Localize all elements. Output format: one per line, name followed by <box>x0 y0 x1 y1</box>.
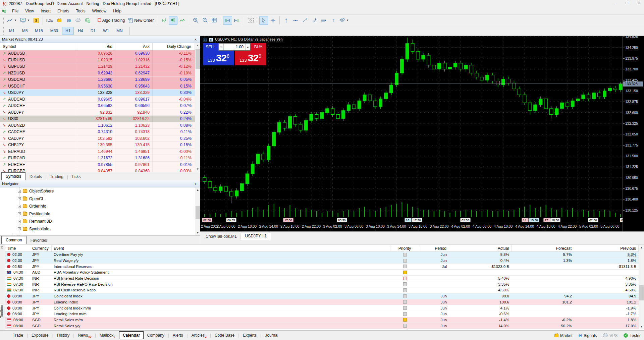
scroll-down-icon[interactable]: ▼ <box>195 167 200 172</box>
auto-scroll-button[interactable] <box>223 16 232 25</box>
status-signals[interactable]: ((•))Signals <box>579 333 597 338</box>
event-flag[interactable]: 02:50 <box>588 218 598 222</box>
table-row[interactable]: ↗AUDUSD0.696260.69630-0.11% <box>0 50 195 57</box>
community-button[interactable] <box>83 16 92 25</box>
text-tool-button[interactable]: T <box>329 16 337 25</box>
market-watch-scrollbar[interactable]: ▲ ▼ <box>195 43 200 172</box>
table-row[interactable]: ↗EURCAD1.316721.31686-0.11% <box>0 155 195 162</box>
status-tester[interactable]: ✓Tester <box>624 333 641 338</box>
menu-item-insert[interactable]: Insert <box>37 8 54 14</box>
column-header-priority[interactable]: Priority <box>390 245 419 251</box>
tab-trading[interactable]: Trading| <box>46 173 67 180</box>
sell-button[interactable]: SELL <box>203 43 218 51</box>
event-flag[interactable]: 14: <box>522 218 529 222</box>
table-row[interactable]: ↘CHFJPY139.395139.4150.15% <box>0 142 195 149</box>
chart-shift-button[interactable] <box>233 16 242 25</box>
algo-trading-button[interactable]: Algo Trading <box>96 16 126 25</box>
fibonacci-tool-button[interactable] <box>319 16 328 25</box>
status-vps[interactable]: VPS <box>603 333 618 338</box>
calendar-row[interactable]: 04:30AUDRBA Monetary Policy Statement <box>5 270 639 276</box>
volume-decrease-icon[interactable]: ▼ <box>219 44 224 50</box>
timeframe-d1[interactable]: D1 <box>87 27 99 35</box>
calendar-row[interactable]: 07:30INRRBI Cash Reserve Ratio4.50%4.50% <box>5 287 639 293</box>
tab-favorites[interactable]: Favorites <box>26 237 51 244</box>
column-header-symbol[interactable]: Symbol <box>0 43 77 50</box>
event-flag[interactable]: 17:30 <box>412 218 422 222</box>
bottom-tab-calendar[interactable]: Calendar <box>119 331 144 339</box>
close-icon[interactable]: x <box>193 37 198 41</box>
chart-type-dropdown[interactable]: ▼ <box>6 16 18 25</box>
tree-item-orderinfo[interactable]: +OrderInfo <box>0 203 195 210</box>
menu-item-view[interactable]: View <box>22 8 37 14</box>
table-row[interactable]: ↘CADJPY103.592103.6020.25% <box>0 135 195 142</box>
table-row[interactable]: ↘EURAUD1.469441.46951-0.00% <box>0 149 195 155</box>
event-flag[interactable]: 18:30 <box>550 218 560 222</box>
buy-button[interactable]: BUY <box>251 43 266 51</box>
scroll-up-icon[interactable]: ▲ <box>195 187 200 192</box>
line-chart-button[interactable] <box>178 16 187 25</box>
calendar-row[interactable]: 02:30JPYReal Wage y/yJun-0.4%-1.3%-1.8% <box>5 258 639 264</box>
calendar-row[interactable]: 08:00JPYCoincident IndexJun99.094.294.9 <box>5 293 639 299</box>
table-row[interactable]: ↘AUDNZD1.106121.106230.08% <box>0 122 195 129</box>
timeframe-m1[interactable]: M1 <box>6 27 18 35</box>
bottom-tab-mailbox[interactable]: Mailbox7 <box>96 332 118 339</box>
bottom-tab-journal[interactable]: Journal <box>262 332 281 339</box>
chart-tab-chowtaifook-m1[interactable]: ChowTaiFook,M1| <box>202 233 241 240</box>
event-flag[interactable]: 15:30 <box>529 218 539 222</box>
buy-price[interactable]: 133329 <box>235 51 266 65</box>
column-header-period[interactable]: Period <box>419 245 449 251</box>
tree-item-remnant-3d[interactable]: +Remnant 3D <box>0 218 195 225</box>
calendar-row[interactable]: 02:30JPYOvertime Pay y/yJun5.8%5.7%5.3% <box>5 252 639 258</box>
bottom-tab-history[interactable]: History <box>54 332 73 339</box>
status-market[interactable]: Market <box>554 333 573 338</box>
menu-item-window[interactable]: Window <box>89 8 110 14</box>
cursor-tool-button[interactable] <box>259 16 268 25</box>
column-header-ask[interactable]: Ask <box>115 43 153 50</box>
bottom-tab-news[interactable]: News99 <box>74 332 94 339</box>
tree-item-symbolinfo[interactable]: +SymbolInfo <box>0 225 195 233</box>
menu-item-tools[interactable]: Tools <box>73 8 89 14</box>
chart-tab-usdjpy-h1[interactable]: USDJPY,H1 <box>241 232 271 240</box>
bottom-tab-trade[interactable]: Trade <box>9 332 26 339</box>
scrollbar-thumb[interactable] <box>639 285 644 300</box>
tree-item-opencl[interactable]: +OpenCL <box>0 195 195 203</box>
table-row[interactable]: ↗CADCHF0.743100.743180.11% <box>0 129 195 135</box>
new-order-button[interactable]: New Order <box>127 16 155 25</box>
event-flag[interactable]: 16: <box>405 218 412 222</box>
toolbar-drag-handle[interactable] <box>3 17 4 24</box>
market-button[interactable] <box>55 16 64 25</box>
close-icon[interactable]: x <box>1 245 3 249</box>
event-flag[interactable]: 06:35 <box>226 218 236 222</box>
scroll-up-icon[interactable]: ▲ <box>639 245 644 250</box>
column-header-currency[interactable]: Currency <box>32 245 52 251</box>
zoom-out-button[interactable] <box>201 16 209 25</box>
shapes-dropdown[interactable]: ▼ <box>338 16 350 25</box>
timeframe-mn[interactable]: MN <box>113 27 126 35</box>
candles-chart-button[interactable] <box>169 16 177 25</box>
timeframe-h4[interactable]: H4 <box>74 27 86 35</box>
maximize-button[interactable]: □ <box>623 0 631 5</box>
table-row[interactable]: ↘EURGBP0.843570.84368-0.03% <box>0 168 195 172</box>
event-flag[interactable]: 17:00 <box>283 218 293 222</box>
table-row[interactable]: ↗EURCHF0.978550.978610.01% <box>0 162 195 168</box>
calendar-scrollbar[interactable]: ▲ ▼ <box>639 245 644 329</box>
vps-button[interactable] <box>74 16 83 25</box>
table-row[interactable]: ↘EURUSD1.023151.02316-0.15% <box>0 57 195 64</box>
calendar-row[interactable]: 02:50JPYInternational ReservesJul$1323.0… <box>5 264 639 270</box>
close-button[interactable]: × <box>635 0 643 5</box>
channel-tool-button[interactable] <box>310 16 319 25</box>
table-row[interactable]: ↘US3032815.8932818.220.24% <box>0 116 195 122</box>
scroll-down-icon[interactable]: ▼ <box>195 230 200 235</box>
tree-item-services[interactable]: Services <box>0 233 195 235</box>
timeframe-m30[interactable]: M30 <box>47 27 61 35</box>
bottom-tab-company[interactable]: Company <box>144 332 167 339</box>
bottom-tab-experts[interactable]: Experts <box>239 332 260 339</box>
scrollbar-thumb[interactable] <box>196 206 200 219</box>
tab-symbols[interactable]: Symbols <box>1 172 25 180</box>
column-header-forecast[interactable]: Forecast <box>512 245 574 251</box>
event-flag[interactable]: 17: <box>543 218 550 222</box>
table-row[interactable]: ↘USDJPY133.328133.3290.30% <box>0 90 195 96</box>
calendar-row[interactable]: 07:30INRRBI Reverse REPO Rate Decision3.… <box>5 281 639 287</box>
calendar-row[interactable]: 08:00JPYCoincident Index m/mJun4.1%-1.9% <box>5 305 639 311</box>
table-row[interactable]: ↗USDCAD1.286961.286990.05% <box>0 76 195 83</box>
